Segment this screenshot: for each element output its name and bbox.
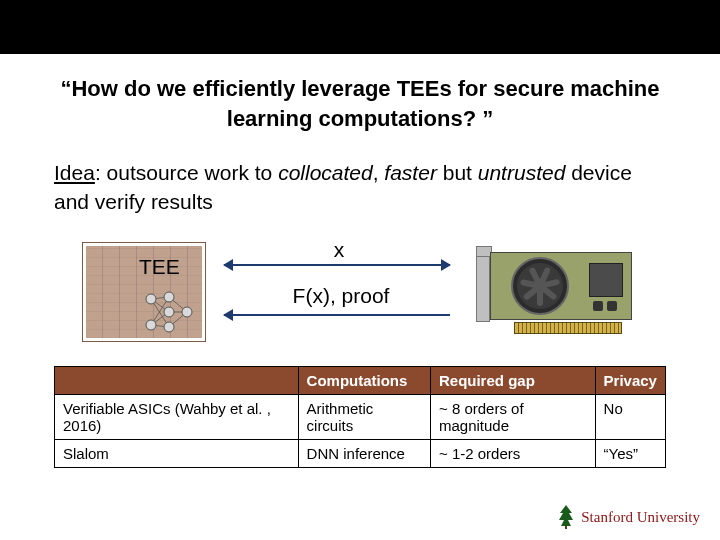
title-bar-black — [0, 0, 720, 54]
arrow-left — [224, 314, 450, 316]
arrow-label-fx: F(x), proof — [266, 284, 416, 308]
idea-t2: , — [373, 161, 385, 184]
idea-italic-3: untrusted — [478, 161, 566, 184]
tee-label: TEE — [139, 255, 180, 279]
th-blank — [55, 367, 299, 395]
cell: ~ 8 orders of magnitude — [430, 395, 595, 440]
idea-label: Idea — [54, 161, 95, 184]
slide-title: “How do we efficiently leverage TEEs for… — [54, 74, 666, 133]
cell: DNN inference — [298, 440, 430, 468]
idea-italic-1: collocated — [278, 161, 373, 184]
table-row: Slalom DNN inference ~ 1-2 orders “Yes” — [55, 440, 666, 468]
svg-point-12 — [164, 307, 174, 317]
neural-net-icon — [141, 289, 197, 335]
svg-rect-15 — [565, 526, 567, 529]
cell: Arithmetic circuits — [298, 395, 430, 440]
tree-icon — [557, 504, 575, 530]
table-header-row: Computations Required gap Privacy — [55, 367, 666, 395]
cell: No — [595, 395, 665, 440]
idea-text: Idea: outsource work to collocated, fast… — [54, 159, 666, 216]
svg-point-10 — [146, 320, 156, 330]
th-privacy: Privacy — [595, 367, 665, 395]
th-required-gap: Required gap — [430, 367, 595, 395]
th-computations: Computations — [298, 367, 430, 395]
svg-point-13 — [164, 322, 174, 332]
slide-content: “How do we efficiently leverage TEEs for… — [0, 74, 720, 468]
cell: Verifiable ASICs (Wahby et al. , 2016) — [55, 395, 299, 440]
cell: ~ 1-2 orders — [430, 440, 595, 468]
svg-point-9 — [146, 294, 156, 304]
logo-text: Stanford University — [581, 509, 700, 526]
comparison-table: Computations Required gap Privacy Verifi… — [54, 366, 666, 468]
tee-box: TEE — [82, 242, 206, 342]
gpu-icon — [470, 246, 636, 338]
arrow-label-x: x — [319, 238, 359, 262]
cell: Slalom — [55, 440, 299, 468]
idea-t3: but — [437, 161, 478, 184]
cell: “Yes” — [595, 440, 665, 468]
table-row: Verifiable ASICs (Wahby et al. , 2016) A… — [55, 395, 666, 440]
arrow-bidirectional — [224, 264, 450, 266]
stanford-logo: Stanford University — [557, 504, 700, 530]
idea-t1: : outsource work to — [95, 161, 278, 184]
diagram: TEE x F(x), proof — [54, 236, 666, 348]
svg-point-14 — [182, 307, 192, 317]
svg-point-11 — [164, 292, 174, 302]
idea-italic-2: faster — [384, 161, 437, 184]
